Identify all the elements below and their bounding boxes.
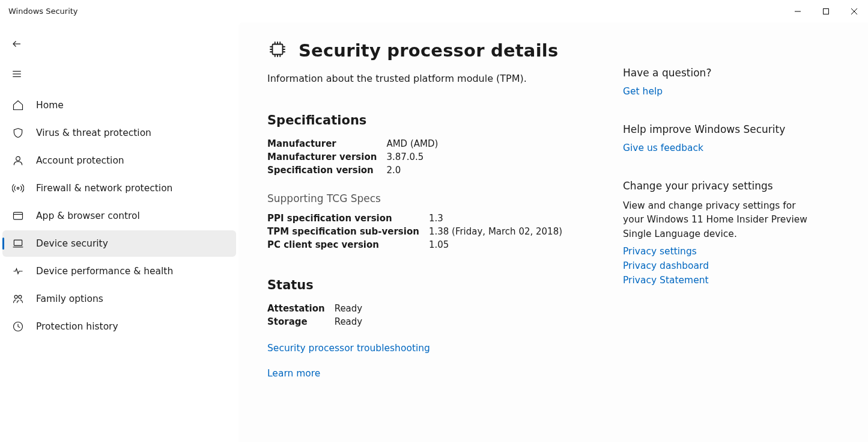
sidebar-item-label: Family options: [36, 293, 103, 304]
privacy-heading: Change your privacy settings: [623, 180, 809, 192]
svg-rect-17: [273, 45, 283, 55]
content-area: Security processor details Information a…: [238, 22, 868, 442]
sidebar-item-device-security[interactable]: Device security: [2, 230, 236, 257]
spec-row: PC client spec version1.05: [267, 238, 562, 251]
status-row: StorageReady: [267, 315, 362, 328]
sidebar-item-performance[interactable]: Device performance & health: [2, 258, 236, 284]
sidebar-item-label: App & browser control: [36, 210, 140, 221]
page-subtitle: Information about the trusted platform m…: [267, 73, 605, 84]
sidebar-item-account[interactable]: Account protection: [2, 147, 236, 174]
home-icon: [11, 98, 25, 112]
status-row: AttestationReady: [267, 302, 362, 315]
svg-rect-10: [14, 212, 23, 219]
svg-rect-12: [14, 240, 22, 245]
privacy-settings-link[interactable]: Privacy settings: [623, 246, 809, 257]
chip-icon: [267, 39, 288, 62]
sidebar: Home Virus & threat protection Account p…: [0, 22, 238, 442]
question-heading: Have a question?: [623, 67, 809, 79]
maximize-button[interactable]: [812, 0, 840, 22]
spec-row: Specification version2.0: [267, 164, 438, 177]
spec-row: Manufacturer version3.87.0.5: [267, 150, 438, 164]
sidebar-item-label: Account protection: [36, 155, 124, 166]
sidebar-item-firewall[interactable]: Firewall & network protection: [2, 175, 236, 201]
svg-point-14: [14, 295, 17, 298]
spec-row: PPI specification version1.3: [267, 212, 562, 225]
sidebar-item-virus[interactable]: Virus & threat protection: [2, 120, 236, 146]
specifications-table: ManufacturerAMD (AMD) Manufacturer versi…: [267, 137, 438, 177]
antenna-icon: [11, 181, 25, 195]
back-button[interactable]: [5, 33, 29, 55]
specifications-heading: Specifications: [267, 113, 605, 127]
status-heading: Status: [267, 278, 605, 292]
spec-row: ManufacturerAMD (AMD): [267, 137, 438, 150]
svg-point-15: [19, 295, 22, 298]
svg-point-9: [17, 187, 19, 189]
minimize-button[interactable]: [783, 0, 812, 22]
shield-icon: [11, 126, 25, 140]
sidebar-item-label: Home: [36, 100, 64, 111]
sidebar-item-appbrowser[interactable]: App & browser control: [2, 203, 236, 229]
privacy-statement-link[interactable]: Privacy Statement: [623, 275, 809, 286]
sidebar-item-label: Protection history: [36, 321, 118, 332]
learn-more-link[interactable]: Learn more: [267, 368, 605, 379]
sidebar-item-home[interactable]: Home: [2, 92, 236, 118]
sidebar-item-history[interactable]: Protection history: [2, 313, 236, 340]
svg-rect-1: [823, 8, 828, 14]
troubleshooting-link[interactable]: Security processor troubleshooting: [267, 343, 605, 354]
close-button[interactable]: [840, 0, 868, 22]
spec-row: TPM specification sub-version1.38 (Frida…: [267, 225, 562, 238]
feedback-link[interactable]: Give us feedback: [623, 143, 809, 153]
privacy-dashboard-link[interactable]: Privacy dashboard: [623, 260, 809, 271]
history-icon: [11, 319, 25, 334]
hamburger-button[interactable]: [5, 63, 29, 85]
family-icon: [11, 292, 25, 306]
laptop-icon: [11, 236, 25, 251]
sidebar-item-label: Device security: [36, 238, 108, 249]
person-icon: [11, 153, 25, 168]
tcg-table: PPI specification version1.3 TPM specifi…: [267, 212, 562, 251]
sidebar-item-family[interactable]: Family options: [2, 286, 236, 312]
privacy-description: View and change privacy settings for you…: [623, 199, 809, 241]
status-table: AttestationReady StorageReady: [267, 302, 362, 328]
tcg-heading: Supporting TCG Specs: [267, 192, 605, 204]
window-title: Windows Security: [8, 7, 783, 16]
titlebar: Windows Security: [0, 0, 868, 22]
heart-rate-icon: [11, 264, 25, 278]
window-icon: [11, 209, 25, 223]
sidebar-item-label: Firewall & network protection: [36, 183, 172, 194]
improve-heading: Help improve Windows Security: [623, 123, 809, 135]
get-help-link[interactable]: Get help: [623, 86, 809, 97]
page-title: Security processor details: [299, 40, 558, 61]
sidebar-item-label: Device performance & health: [36, 266, 173, 277]
svg-point-8: [16, 156, 20, 161]
sidebar-item-label: Virus & threat protection: [36, 127, 151, 138]
